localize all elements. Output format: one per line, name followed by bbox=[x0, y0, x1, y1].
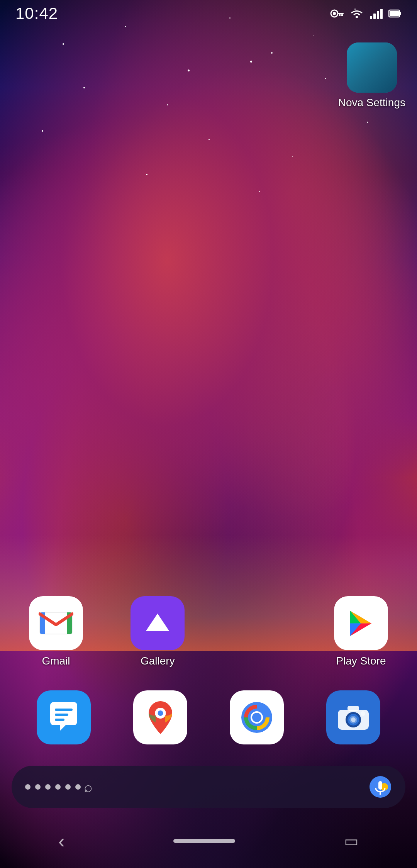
nova-settings-app-icon bbox=[347, 42, 397, 93]
navigation-bar: ‹ ▭ bbox=[0, 814, 417, 868]
svg-rect-17 bbox=[370, 68, 373, 71]
svg-rect-41 bbox=[348, 706, 359, 711]
chrome-svg bbox=[239, 700, 274, 735]
svg-rect-12 bbox=[390, 11, 399, 16]
messages-icon bbox=[37, 690, 91, 744]
svg-point-1 bbox=[333, 12, 336, 15]
play-store-app[interactable]: Play Store bbox=[320, 596, 402, 667]
maps-icon bbox=[133, 690, 187, 744]
recents-button[interactable]: ▭ bbox=[336, 824, 366, 858]
nova-settings-app[interactable]: Nova Settings bbox=[338, 42, 405, 109]
nova-settings-label: Nova Settings bbox=[338, 97, 405, 109]
svg-point-5 bbox=[356, 16, 358, 18]
gmail-app[interactable]: Gmail bbox=[15, 596, 97, 667]
svg-rect-7 bbox=[373, 14, 376, 19]
signal-icon bbox=[370, 8, 383, 19]
gmail-label: Gmail bbox=[42, 655, 70, 667]
svg-point-14 bbox=[368, 60, 376, 68]
search-magnifier-icon: ⌕ bbox=[84, 779, 93, 795]
maps-app[interactable] bbox=[120, 690, 201, 744]
wifi-icon bbox=[349, 8, 364, 19]
status-bar: 10:42 bbox=[0, 0, 417, 27]
messages-app[interactable] bbox=[23, 690, 104, 744]
home-indicator[interactable] bbox=[173, 839, 235, 843]
play-store-icon bbox=[334, 596, 388, 650]
battery-icon bbox=[388, 8, 402, 19]
search-dot-1 bbox=[25, 784, 31, 790]
svg-rect-29 bbox=[55, 714, 68, 716]
search-dots bbox=[25, 784, 81, 790]
search-dot-5 bbox=[65, 784, 71, 790]
svg-rect-46 bbox=[378, 781, 382, 790]
svg-rect-4 bbox=[339, 14, 341, 16]
time-display: 10:42 bbox=[15, 4, 58, 23]
back-button[interactable]: ‹ bbox=[51, 822, 73, 860]
svg-rect-30 bbox=[55, 719, 64, 721]
search-bar[interactable]: ⌕ bbox=[12, 766, 405, 808]
gmail-icon bbox=[29, 596, 83, 650]
chrome-icon bbox=[230, 690, 284, 744]
play-store-svg bbox=[344, 607, 377, 640]
svg-marker-13 bbox=[360, 50, 383, 78]
search-dot-2 bbox=[35, 784, 41, 790]
gallery-icon bbox=[131, 596, 185, 650]
google-assistant-logo bbox=[369, 775, 392, 798]
svg-marker-27 bbox=[146, 614, 169, 631]
vpn-icon bbox=[330, 8, 344, 19]
chrome-app[interactable] bbox=[216, 690, 297, 744]
play-store-label: Play Store bbox=[336, 655, 386, 667]
svg-point-40 bbox=[351, 717, 356, 722]
svg-marker-20 bbox=[356, 57, 360, 71]
app-row-1: Gmail Gallery bbox=[0, 596, 417, 667]
google-dots-svg bbox=[369, 775, 392, 798]
svg-rect-47 bbox=[380, 792, 381, 795]
app-row-2 bbox=[0, 690, 417, 744]
camera-app[interactable] bbox=[313, 690, 394, 744]
svg-rect-3 bbox=[341, 14, 343, 16]
status-icons bbox=[330, 8, 402, 19]
svg-rect-11 bbox=[400, 12, 401, 15]
nova-settings-svg bbox=[351, 46, 393, 89]
svg-rect-2 bbox=[337, 13, 344, 14]
svg-marker-21 bbox=[383, 57, 387, 71]
maps-svg bbox=[144, 699, 177, 736]
gallery-app[interactable]: Gallery bbox=[117, 596, 198, 667]
svg-rect-8 bbox=[377, 11, 379, 19]
camera-icon bbox=[326, 690, 380, 744]
search-dot-4 bbox=[55, 784, 61, 790]
search-dot-3 bbox=[45, 784, 51, 790]
svg-rect-19 bbox=[375, 61, 379, 65]
svg-rect-18 bbox=[364, 61, 368, 65]
camera-svg bbox=[336, 702, 371, 733]
search-dot-6 bbox=[75, 784, 81, 790]
messages-svg bbox=[46, 700, 81, 735]
svg-rect-6 bbox=[370, 16, 372, 19]
gallery-svg bbox=[142, 608, 173, 639]
svg-point-42 bbox=[361, 711, 365, 716]
svg-rect-16 bbox=[370, 58, 373, 61]
svg-point-35 bbox=[252, 713, 261, 722]
svg-rect-9 bbox=[380, 9, 383, 19]
svg-point-15 bbox=[370, 63, 373, 66]
svg-point-32 bbox=[158, 710, 163, 716]
svg-rect-28 bbox=[55, 709, 73, 711]
gallery-label: Gallery bbox=[141, 655, 175, 667]
